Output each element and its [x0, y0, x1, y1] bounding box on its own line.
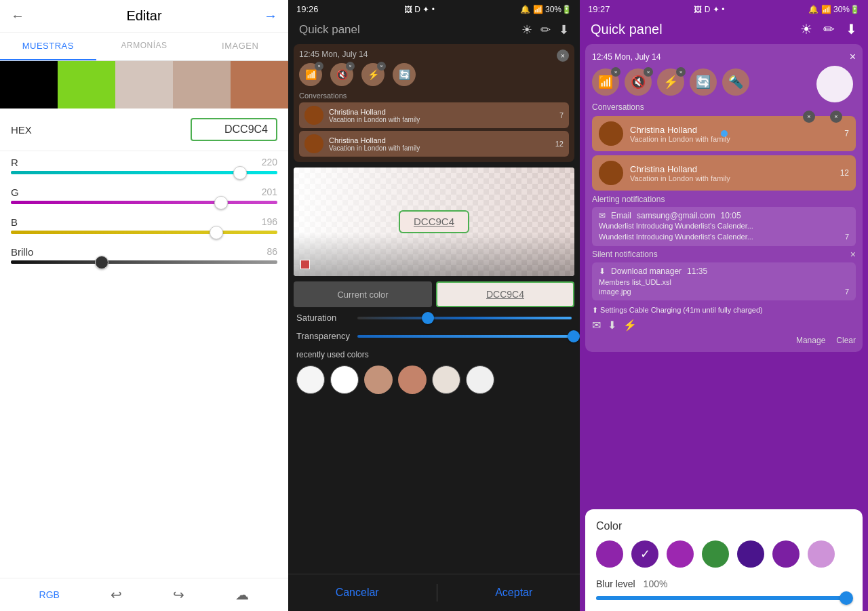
color-options-row: ✓ — [596, 540, 852, 568]
more-icon[interactable]: ☁ — [235, 587, 249, 603]
qp-bluetooth-icon[interactable]: ⚡× — [657, 68, 684, 96]
email-icon: ✉ — [599, 211, 606, 220]
color-option-7[interactable] — [808, 540, 835, 568]
download-container: ⬇ Download manager 11:35 Members list_UD… — [592, 262, 856, 300]
close-preview-btn[interactable]: × — [557, 50, 569, 62]
color-option-1[interactable] — [596, 540, 623, 568]
qp-bottom-icon-1[interactable]: ✉ — [592, 319, 601, 332]
download-icon[interactable]: ⬇ — [559, 22, 569, 37]
rgb-button[interactable]: RGB — [39, 589, 60, 600]
picker-hex-display[interactable]: DCC9C4 — [436, 281, 574, 307]
g-slider-track[interactable] — [11, 201, 277, 204]
close-x1[interactable]: × — [803, 111, 815, 123]
back-button[interactable]: ← — [11, 8, 24, 24]
r-slider-container — [0, 171, 288, 174]
download-arrow-icon: ⬇ — [599, 267, 606, 276]
current-color-text: Current color — [337, 290, 388, 300]
qp-bottom-icon-2[interactable]: ⬇ — [608, 319, 616, 332]
recently-used-section: recently used colors — [288, 344, 580, 395]
blur-label: Blur level — [596, 578, 635, 589]
blur-slider-thumb[interactable] — [840, 591, 853, 605]
qp-sound-icon[interactable]: 🔇× — [625, 68, 652, 96]
notif-time-label: 12:45 Mon, July 14 — [299, 50, 569, 59]
transparency-track[interactable] — [357, 335, 572, 338]
transparency-thumb[interactable] — [568, 330, 580, 342]
b-slider-thumb[interactable] — [210, 226, 223, 239]
brillo-value: 86 — [267, 246, 277, 258]
qp-conversations-label: Conversations — [592, 102, 856, 112]
tab-armonias[interactable]: ARMONÍAS — [96, 33, 193, 60]
recent-color-3[interactable] — [364, 366, 393, 394]
hex-input[interactable] — [200, 123, 268, 136]
qp-brightness-icon[interactable]: ☀ — [800, 21, 812, 37]
picker-header-icons: ☀ ✏ ⬇ — [521, 22, 569, 37]
accept-button[interactable]: Aceptar — [475, 584, 553, 602]
saturation-track[interactable] — [357, 317, 572, 319]
email-addr: samsung@gmail.com — [637, 211, 715, 220]
color-option-3[interactable] — [667, 540, 694, 568]
color-option-6[interactable] — [772, 540, 800, 568]
qp-wifi-icon[interactable]: 📶× — [592, 68, 619, 96]
settings-label: ⬆ — [592, 306, 598, 314]
tab-imagen[interactable]: IMAGEN — [192, 33, 288, 60]
swatch-2[interactable] — [58, 61, 115, 109]
edit-icon[interactable]: ✏ — [540, 22, 551, 37]
recent-color-6[interactable] — [466, 366, 494, 394]
recent-color-1[interactable] — [296, 366, 325, 394]
qp-edit-icon[interactable]: ✏ — [823, 21, 835, 37]
r-slider-track[interactable] — [11, 171, 277, 174]
color-option-5[interactable] — [737, 540, 764, 568]
brillo-slider-section: Brillo 86 — [0, 241, 288, 268]
forward-button[interactable]: → — [264, 8, 277, 24]
download-file2: image.jpg — [599, 288, 631, 296]
color-hex-display[interactable]: DCC9C4 — [399, 210, 469, 233]
notif-avatar-2 — [304, 134, 323, 153]
recent-color-2[interactable] — [330, 366, 359, 394]
b-slider-track[interactable] — [11, 231, 277, 234]
r-value: 220 — [262, 157, 277, 168]
color-canvas-area[interactable]: DCC9C4 — [294, 167, 574, 276]
brillo-slider-track[interactable] — [11, 260, 277, 264]
qp-notif-text-1: Christina Holland Vacation in London wit… — [630, 125, 844, 143]
undo-icon[interactable]: ↩ — [111, 587, 122, 603]
rotation-icon: 🔄 — [393, 63, 416, 86]
sound-icon: 🔇× — [330, 63, 353, 86]
silent-close[interactable]: × — [850, 249, 856, 260]
tab-muestras[interactable]: MUESTRAS — [0, 33, 96, 60]
g-slider-thumb[interactable] — [214, 196, 228, 210]
qp-notif-close[interactable]: × — [850, 51, 856, 63]
qp-bottom-icon-3[interactable]: ⚡ — [623, 319, 637, 332]
r-slider-thumb[interactable] — [233, 166, 247, 180]
qp-status-icons: 🖼 D ✦ • — [694, 5, 724, 14]
qp-flashlight-icon[interactable]: 🔦 — [722, 68, 749, 96]
qp-download-icon[interactable]: ⬇ — [846, 21, 857, 37]
qp-notif-name-2: Christina Holland — [630, 164, 840, 174]
swatch-5[interactable] — [231, 61, 288, 109]
brightness-icon[interactable]: ☀ — [521, 22, 532, 37]
brillo-slider-thumb[interactable] — [95, 256, 108, 269]
color-hex-text: DCC9C4 — [414, 216, 454, 227]
notif-item-2: Christina Holland Vacation in London wit… — [299, 131, 569, 157]
manage-button[interactable]: Manage — [796, 336, 825, 345]
picker-status-time: 19:26 — [296, 4, 319, 14]
color-option-4[interactable] — [702, 540, 729, 568]
close-x2[interactable]: × — [830, 111, 842, 123]
brillo-label: Brillo — [11, 246, 33, 258]
recent-color-5[interactable] — [432, 366, 460, 394]
swatch-3[interactable] — [115, 61, 173, 109]
redo-icon[interactable]: ↪ — [173, 587, 184, 603]
swatch-1[interactable] — [0, 61, 58, 109]
qp-notif-name-1: Christina Holland — [630, 125, 844, 135]
qp-rotate-icon[interactable]: 🔄 — [690, 68, 717, 96]
download-row: ⬇ Download manager 11:35 — [599, 267, 849, 276]
clear-button[interactable]: Clear — [836, 336, 856, 345]
swatch-4[interactable] — [173, 61, 231, 109]
recent-color-4[interactable] — [398, 366, 427, 394]
settings-row: ⬆ Settings Cable Charging (41m until ful… — [592, 303, 856, 316]
qp-notif-item-2: Christina Holland Vacation in London wit… — [592, 155, 856, 191]
cancel-button[interactable]: Cancelar — [315, 584, 399, 602]
color-option-2[interactable]: ✓ — [631, 540, 658, 568]
qp-notif-msg-2: Vacation in London with family — [630, 174, 840, 182]
saturation-thumb[interactable] — [422, 312, 434, 324]
blur-value: 100% — [644, 578, 668, 589]
